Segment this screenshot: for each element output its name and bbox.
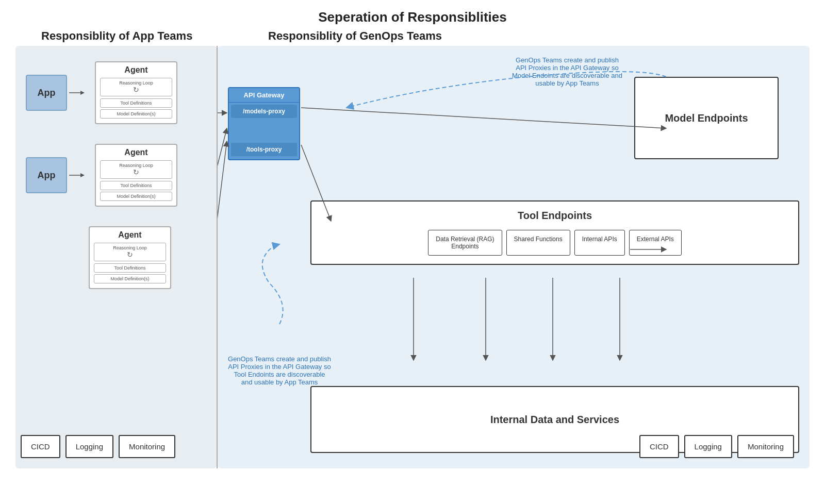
tool-item-internal-apis: Internal APIs xyxy=(574,230,625,256)
tool-endpoints-box: Tool Endpoints Data Retrieval (RAG)Endpo… xyxy=(310,200,799,265)
logging-right: Logging xyxy=(684,435,732,458)
monitoring-left: Monitoring xyxy=(119,435,175,458)
app-box-1: App xyxy=(26,75,67,111)
arrow-app1-agent1 xyxy=(69,88,85,98)
panel-divider xyxy=(217,46,218,468)
arrow-app2-agent2 xyxy=(69,170,85,180)
left-column-header: Responsiblity of App Teams xyxy=(31,29,248,43)
api-gateway-box: API Gateway /models-proxy /tools-proxy xyxy=(228,87,300,160)
left-panel: App Agent Reasoning Loop ↻ Tool Definiti… xyxy=(15,46,217,468)
tool-item-shared: Shared Functions xyxy=(506,230,570,256)
tool-endpoints-title: Tool Endpoints xyxy=(320,210,790,222)
agent-box-3: Agent Reasoning Loop ↻ Tool Definitions … xyxy=(89,226,171,289)
cicd-right: CICD xyxy=(639,435,679,458)
logging-left: Logging xyxy=(65,435,113,458)
svg-marker-3 xyxy=(80,173,85,177)
monitoring-right: Monitoring xyxy=(737,435,794,458)
genops-annotation-bottom: GenOps Teams create and publish API Prox… xyxy=(228,355,331,386)
tool-item-rag: Data Retrieval (RAG)Endpoints xyxy=(428,230,502,256)
svg-line-7 xyxy=(301,108,666,128)
svg-marker-1 xyxy=(80,91,85,95)
cicd-left: CICD xyxy=(21,435,60,458)
right-panel: GenOps Teams create and publish API Prox… xyxy=(218,46,810,468)
tool-item-external-apis: External APIs xyxy=(629,230,682,256)
main-title: Seperation of Responsiblities xyxy=(0,0,825,29)
genops-annotation-top: GenOps Teams create and publish API Prox… xyxy=(510,56,624,87)
model-endpoints-box: Model Endpoints xyxy=(634,77,779,159)
right-column-header: Responsiblity of GenOps Teams xyxy=(248,29,794,43)
agent-box-2: Agent Reasoning Loop ↻ Tool Definitions … xyxy=(95,144,177,207)
agent-box-1: Agent Reasoning Loop ↻ Tool Definitions … xyxy=(95,61,177,124)
app-box-2: App xyxy=(26,157,67,193)
